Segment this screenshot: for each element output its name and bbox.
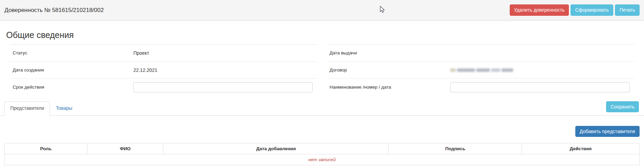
field-contract: Договор bbox=[327, 61, 634, 78]
empty-state-text: нет записей bbox=[5, 154, 640, 165]
column-header-role: Роль bbox=[5, 143, 87, 154]
field-validity-period: Срок действия bbox=[10, 78, 317, 95]
field-value: 22.12.2021 bbox=[133, 67, 314, 73]
tab-goods[interactable]: Товары bbox=[50, 101, 78, 116]
delete-poa-button[interactable]: Удалить доверенность bbox=[510, 4, 569, 15]
field-label: Наименование /номер / дата bbox=[330, 85, 450, 90]
general-form: Статус Проект Дата создания 22.12.2021 С… bbox=[5, 44, 639, 95]
form-right-column: Дата выдачи Договор Наименование /номер … bbox=[322, 44, 639, 95]
field-status: Статус Проект bbox=[10, 44, 317, 61]
field-label: Дата создания bbox=[13, 67, 133, 73]
column-header-actions: Действия bbox=[522, 143, 640, 154]
field-label: Срок действия bbox=[13, 85, 133, 90]
field-label: Договор bbox=[330, 67, 450, 73]
column-header-date: Дата добавления bbox=[163, 143, 389, 154]
general-info-section: Общие сведения Статус Проект Дата создан… bbox=[0, 30, 644, 95]
field-value: Проект bbox=[133, 50, 314, 56]
name-number-date-input[interactable] bbox=[450, 82, 630, 92]
field-label: Дата выдачи bbox=[330, 50, 450, 55]
field-issue-date: Дата выдачи bbox=[327, 44, 634, 61]
column-header-fio: ФИО bbox=[87, 143, 163, 154]
field-name-number-date: Наименование /номер / дата bbox=[327, 78, 634, 95]
top-bar: Доверенность № 581615/210218/002 Удалить… bbox=[0, 0, 644, 21]
column-header-sign: Подпись bbox=[389, 143, 522, 154]
page-title: Доверенность № 581615/210218/002 bbox=[4, 7, 104, 14]
tab-bar: Представители Товары Сохранить bbox=[0, 101, 644, 116]
top-actions: Удалить доверенность Сформировать Печать bbox=[510, 4, 640, 15]
representatives-toolbar: Добавить представителя bbox=[0, 126, 644, 137]
form-left-column: Статус Проект Дата создания 22.12.2021 С… bbox=[5, 44, 322, 95]
representatives-table: Роль ФИО Дата добавления Подпись Действи… bbox=[4, 143, 640, 165]
validity-period-input[interactable] bbox=[133, 82, 313, 92]
empty-row: нет записей bbox=[5, 154, 640, 165]
section-heading: Общие сведения bbox=[6, 30, 639, 40]
tab-representatives[interactable]: Представители bbox=[4, 101, 50, 116]
print-button[interactable]: Печать bbox=[615, 4, 640, 15]
generate-button[interactable]: Сформировать bbox=[571, 4, 613, 15]
save-button[interactable]: Сохранить bbox=[606, 101, 639, 112]
add-representative-button[interactable]: Добавить представителя bbox=[575, 126, 640, 137]
field-creation-date: Дата создания 22.12.2021 bbox=[10, 61, 317, 78]
contract-value-redacted bbox=[450, 68, 631, 72]
field-label: Статус bbox=[13, 50, 133, 55]
table-header-row: Роль ФИО Дата добавления Подпись Действи… bbox=[5, 143, 640, 154]
